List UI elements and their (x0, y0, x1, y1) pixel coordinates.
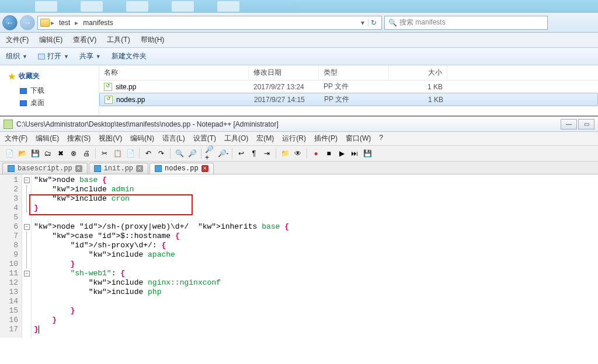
fold-toggle-icon[interactable]: − (24, 224, 30, 230)
file-list-pane: 名称 修改日期 类型 大小 site.pp 2017/9/27 13:24 PP… (99, 65, 598, 116)
search-placeholder: 搜索 manifests (399, 18, 446, 27)
tab-basescript[interactable]: basescript.pp × (2, 163, 88, 174)
record-icon[interactable]: ● (310, 148, 322, 159)
explorer-menubar: 文件(F) 编辑(E) 查看(V) 工具(T) 帮助(H) (0, 33, 598, 48)
explorer-sidebar: ★ 收藏夹 下载 桌面 (0, 65, 99, 116)
find-icon[interactable]: 🔍 (173, 148, 185, 159)
sidebar-item-downloads[interactable]: 下载 (4, 85, 95, 97)
playmulti-icon[interactable]: ⏭ (349, 148, 360, 159)
replace-icon[interactable]: 🔎 (186, 148, 198, 159)
explorer-body: ★ 收藏夹 下载 桌面 名称 修改日期 类型 大小 site.pp 2017/9… (0, 65, 598, 116)
menu-file[interactable]: 文件(F) (5, 134, 27, 144)
npp-titlebar[interactable]: C:\Users\Administrator\Desktop\test\mani… (0, 117, 598, 132)
explorer-window: ← → ▸ test ▸ manifests ▾ ↻ 🔍 搜索 manifest… (0, 0, 598, 116)
sidebar-item-desktop[interactable]: 桌面 (4, 97, 95, 109)
cut-icon[interactable]: ✂ (99, 148, 110, 159)
menu-edit[interactable]: 编辑(E) (36, 134, 59, 144)
showall-icon[interactable]: ¶ (248, 148, 260, 159)
dropdown-icon[interactable]: ▾ (359, 19, 367, 27)
menu-search[interactable]: 搜索(S) (67, 134, 91, 144)
refresh-icon[interactable]: ↻ (368, 19, 379, 27)
zoomout-icon[interactable]: 🔎- (217, 148, 229, 159)
organize-button[interactable]: 组织▼ (6, 51, 27, 61)
menu-run[interactable]: 运行(R) (282, 134, 306, 144)
closeall-icon[interactable]: ⊗ (68, 148, 79, 159)
code-editor[interactable]: 1234567891011121314151617 − − − "kw">nod… (0, 174, 598, 338)
menu-help[interactable]: 帮助(H) (141, 35, 165, 45)
menu-help[interactable]: ? (379, 134, 383, 144)
play-icon[interactable]: ▶ (336, 148, 347, 159)
file-icon (8, 165, 15, 172)
file-icon (105, 96, 113, 104)
indent-icon[interactable]: ⇥ (261, 148, 273, 159)
menu-edit[interactable]: 编辑(E) (39, 35, 62, 45)
menu-file[interactable]: 文件(F) (6, 35, 29, 45)
undo-icon[interactable]: ↶ (142, 148, 154, 159)
search-input[interactable]: 🔍 搜索 manifests (384, 16, 548, 30)
search-icon: 🔍 (388, 19, 397, 27)
fold-toggle-icon[interactable]: − (24, 177, 30, 183)
maximize-button[interactable]: ▭ (578, 119, 594, 130)
window-title: C:\Users\Administrator\Desktop\test\mani… (16, 120, 279, 128)
table-row[interactable]: site.pp 2017/9/27 13:24 PP 文件 1 KB (99, 80, 598, 93)
menu-window[interactable]: 窗口(W) (346, 134, 371, 144)
save-icon[interactable]: 💾 (29, 148, 41, 159)
sidebar-favorites[interactable]: ★ 收藏夹 (8, 71, 95, 81)
tab-close-icon[interactable]: × (75, 165, 82, 172)
column-headers: 名称 修改日期 类型 大小 (99, 65, 598, 80)
taskbar-blur (0, 0, 598, 13)
new-icon[interactable]: 📄 (4, 148, 15, 159)
menu-tools[interactable]: 工具(O) (224, 134, 248, 144)
back-button[interactable]: ← (2, 15, 18, 30)
print-icon[interactable]: 🖨 (81, 148, 92, 159)
forward-button[interactable]: → (20, 15, 35, 30)
menu-tools[interactable]: 工具(T) (107, 35, 130, 45)
breadcrumb[interactable]: test (55, 19, 74, 27)
chevron-right-icon: ▸ (51, 19, 54, 27)
open-button[interactable]: 打开▼ (38, 51, 69, 61)
redo-icon[interactable]: ↷ (155, 148, 167, 159)
col-name[interactable]: 名称 (99, 65, 249, 80)
zoomin-icon[interactable]: 🔎+ (204, 148, 216, 159)
file-icon (104, 83, 112, 91)
menu-macro[interactable]: 宏(M) (256, 134, 274, 144)
table-row[interactable]: nodes.pp 2017/9/27 14:15 PP 文件 1 KB (99, 93, 598, 106)
newfolder-button[interactable]: 新建文件夹 (112, 51, 147, 61)
folder-icon[interactable]: 📁 (279, 148, 291, 159)
code-area[interactable]: "kw">node base { "kw">include admin "kw"… (32, 174, 291, 338)
col-type[interactable]: 类型 (319, 65, 389, 80)
savemacro-icon[interactable]: 💾 (361, 148, 373, 159)
menu-encoding[interactable]: 编码(N) (130, 134, 154, 144)
tab-init[interactable]: init.pp × (89, 163, 148, 174)
col-date[interactable]: 修改日期 (249, 65, 319, 80)
npp-app-icon (4, 120, 13, 129)
tab-close-icon[interactable]: × (201, 165, 208, 172)
menu-view[interactable]: 视图(V) (99, 134, 122, 144)
fold-toggle-icon[interactable]: − (24, 271, 30, 276)
close-icon[interactable]: ✖ (55, 148, 67, 159)
menu-settings[interactable]: 设置(T) (193, 134, 216, 144)
window-controls: — ▭ (561, 119, 594, 130)
menu-view[interactable]: 查看(V) (73, 35, 96, 45)
editor-tab-bar: basescript.pp × init.pp × nodes.pp × (0, 162, 598, 174)
desktop-icon (20, 100, 27, 106)
menu-language[interactable]: 语言(L) (162, 134, 185, 144)
breadcrumb[interactable]: manifests (79, 19, 116, 27)
menu-plugins[interactable]: 插件(P) (314, 134, 338, 144)
wordwrap-icon[interactable]: ↩ (235, 148, 247, 159)
breadcrumb-field[interactable]: ▸ test ▸ manifests ▾ ↻ (37, 16, 382, 30)
minimize-button[interactable]: — (561, 119, 577, 130)
share-button[interactable]: 共享▼ (79, 51, 101, 61)
tab-nodes[interactable]: nodes.pp × (150, 163, 214, 174)
saveall-icon[interactable]: 🗂 (42, 148, 54, 159)
monitor-icon[interactable]: 👁 (292, 148, 304, 159)
copy-icon[interactable]: 📋 (112, 148, 123, 159)
npp-menubar: 文件(F) 编辑(E) 搜索(S) 视图(V) 编码(N) 语言(L) 设置(T… (0, 132, 598, 146)
stop-icon[interactable]: ■ (323, 148, 335, 159)
col-size[interactable]: 大小 (389, 65, 447, 80)
fold-gutter[interactable]: − − − (22, 174, 32, 338)
paste-icon[interactable]: 📄 (124, 148, 136, 159)
address-bar: ← → ▸ test ▸ manifests ▾ ↻ 🔍 搜索 manifest… (0, 13, 598, 33)
open-icon[interactable]: 📂 (16, 148, 28, 159)
tab-close-icon[interactable]: × (136, 165, 143, 172)
